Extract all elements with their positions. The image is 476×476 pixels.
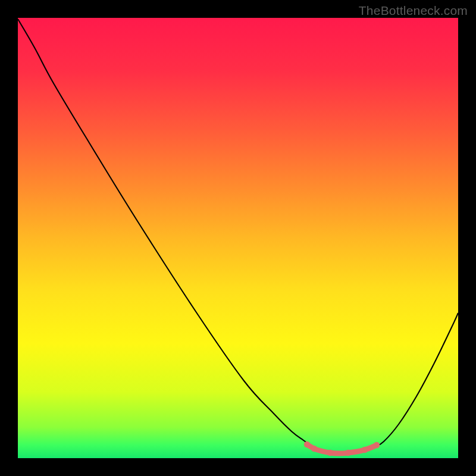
optimal-region-dot (374, 442, 380, 448)
plot-svg (18, 18, 458, 458)
optimal-region-dot (345, 450, 351, 456)
optimal-region-dot (304, 441, 310, 447)
chart-container: TheBottleneck.com (0, 0, 476, 476)
watermark-text: TheBottleneck.com (359, 4, 468, 18)
optimal-region-dot (362, 447, 368, 453)
optimal-region-dot (327, 450, 333, 456)
plot-area (18, 18, 458, 458)
optimal-region-dot (311, 446, 317, 452)
gradient-background (18, 18, 458, 458)
